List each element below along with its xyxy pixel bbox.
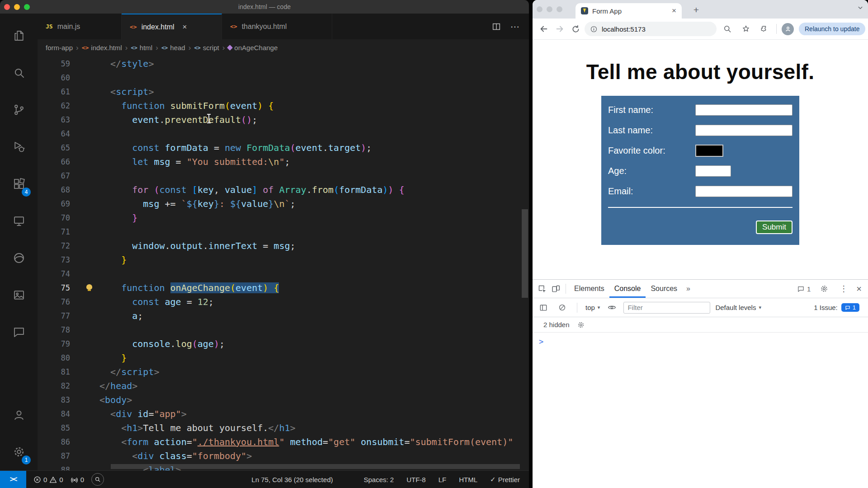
last-name-input[interactable] (695, 125, 793, 136)
zoom-button[interactable] (24, 4, 30, 10)
tab-index-html[interactable]: <> index.html × (122, 14, 222, 39)
code-text[interactable]: <form action="./thankyou.html" method="g… (99, 435, 529, 449)
code-text[interactable]: </script> (99, 365, 529, 379)
minimize-button[interactable] (547, 6, 552, 12)
source-control-icon[interactable] (0, 91, 38, 128)
code-text[interactable]: for (const [key, value] of Array.from(fo… (99, 183, 529, 197)
code-line[interactable]: 70 } (38, 211, 529, 225)
code-text[interactable]: event.preventDefault(); (99, 113, 529, 127)
console-prompt[interactable]: > (533, 333, 868, 346)
zoom-button[interactable] (557, 6, 562, 12)
code-line[interactable]: 59 </style> (38, 57, 529, 71)
code-line[interactable]: 73 } (38, 253, 529, 267)
account-icon[interactable] (0, 396, 38, 433)
breadcrumb-html[interactable]: <>html (131, 44, 152, 52)
code-text[interactable]: <div class="formbody"> (99, 449, 529, 463)
tab-close-icon[interactable]: × (183, 23, 187, 32)
code-text[interactable] (99, 127, 529, 141)
code-editor[interactable]: 59 </style>6061 <script>62 function subm… (38, 56, 529, 470)
forward-icon[interactable] (553, 22, 566, 36)
back-icon[interactable] (537, 22, 551, 36)
code-text[interactable]: window.output.innerText = msg; (99, 239, 529, 253)
code-text[interactable]: <body> (99, 393, 529, 407)
code-text[interactable] (99, 71, 529, 85)
code-line[interactable]: 62 function submitForm(event) { (38, 99, 529, 113)
code-text[interactable]: } (99, 253, 529, 267)
code-text[interactable]: </style> (99, 57, 529, 71)
breadcrumb-symbol[interactable]: onAgeChange (228, 44, 278, 52)
code-text[interactable]: <h1>Tell me about yourself.</h1> (99, 421, 529, 435)
extensions-icon[interactable]: 4 (0, 165, 38, 202)
breadcrumb-file[interactable]: <>index.html (82, 44, 122, 52)
code-text[interactable]: let msg = "You submitted:\n"; (99, 155, 529, 169)
reload-icon[interactable] (569, 22, 582, 36)
edge-tools-icon[interactable] (0, 239, 38, 277)
split-editor-icon[interactable] (491, 22, 501, 32)
breadcrumb-head[interactable]: <>head (161, 44, 185, 52)
code-line[interactable]: 64 (38, 127, 529, 141)
code-line[interactable]: 87 <div class="formbody"> (38, 449, 529, 463)
run-debug-icon[interactable] (0, 128, 38, 165)
code-line[interactable]: 71 (38, 225, 529, 239)
console-sidebar-icon[interactable] (537, 301, 550, 314)
code-line[interactable]: 77 a; (38, 309, 529, 323)
log-levels-selector[interactable]: Default levels ▾ (715, 304, 761, 311)
more-tabs-icon[interactable]: » (682, 285, 694, 293)
hidden-settings-gear-icon[interactable] (574, 319, 588, 331)
tab-main-js[interactable]: JS main.js (38, 14, 122, 39)
code-text[interactable]: console.log(age); (99, 337, 529, 351)
code-line[interactable]: 75 function onAgeChange(event) { (38, 281, 529, 295)
problems-status[interactable]: 0 0 (33, 476, 63, 483)
device-toolbar-icon[interactable] (549, 282, 562, 295)
extensions-puzzle-icon[interactable] (758, 22, 771, 36)
inspect-element-icon[interactable] (535, 282, 549, 295)
code-line[interactable]: 66 let msg = "You submitted:\n"; (38, 155, 529, 169)
breadcrumb-script[interactable]: <>script (194, 44, 219, 52)
hidden-messages-label[interactable]: 2 hidden (543, 321, 570, 328)
code-line[interactable]: 83<body> (38, 393, 529, 407)
code-line[interactable]: 63 event.preventDefault(); (38, 113, 529, 127)
code-line[interactable]: 79 console.log(age); (38, 337, 529, 351)
code-line[interactable]: 78 (38, 323, 529, 337)
breadcrumb-folder[interactable]: form-app (46, 44, 73, 52)
code-line[interactable]: 85 <h1>Tell me about yourself.</h1> (38, 421, 529, 435)
settings-gear-icon[interactable]: 1 (0, 433, 38, 470)
code-line[interactable]: 84 <div id="app"> (38, 407, 529, 421)
code-text[interactable]: const formData = new FormData(event.targ… (99, 141, 529, 155)
language-mode[interactable]: HTML (459, 476, 477, 483)
age-input[interactable] (695, 165, 731, 177)
code-line[interactable]: 69 msg += `${key}: ${value}\n`; (38, 197, 529, 211)
tab-elements[interactable]: Elements (569, 280, 609, 298)
code-text[interactable]: } (99, 211, 529, 225)
code-text[interactable]: msg += `${key}: ${value}\n`; (99, 197, 529, 211)
indentation-status[interactable]: Spaces: 2 (363, 476, 394, 483)
first-name-input[interactable] (695, 104, 793, 116)
code-text[interactable]: function onAgeChange(event) { (99, 281, 529, 295)
bookmark-star-icon[interactable] (739, 22, 753, 36)
code-text[interactable]: </head> (99, 379, 529, 393)
close-button[interactable] (537, 6, 542, 12)
submit-button[interactable]: Submit (756, 221, 793, 234)
ports-status[interactable]: 0 (71, 476, 84, 483)
new-tab-button[interactable]: + (690, 4, 703, 16)
address-bar[interactable]: localhost:5173 (585, 22, 717, 36)
issue-count-chip[interactable]: 1 (841, 303, 859, 312)
color-swatch[interactable] (695, 145, 723, 157)
code-text[interactable] (99, 225, 529, 239)
code-text[interactable]: <div id="app"> (99, 407, 529, 421)
zoom-icon[interactable] (721, 22, 734, 36)
vertical-scrollbar[interactable] (522, 209, 528, 298)
lightbulb-icon[interactable] (86, 284, 92, 290)
code-line[interactable]: 61 <script> (38, 85, 529, 99)
code-line[interactable]: 74 (38, 267, 529, 281)
code-text[interactable] (99, 323, 529, 337)
more-actions-icon[interactable]: ⋯ (510, 21, 520, 32)
code-text[interactable] (99, 267, 529, 281)
site-info-icon[interactable] (590, 25, 598, 33)
tab-console[interactable]: Console (609, 280, 646, 298)
remote-indicator[interactable]: >< (0, 471, 26, 488)
code-line[interactable]: 76 const age = 12; (38, 295, 529, 309)
email-input[interactable] (695, 186, 793, 197)
devtools-menu-icon[interactable]: ⋮ (838, 284, 849, 294)
clear-console-icon[interactable] (555, 301, 569, 314)
